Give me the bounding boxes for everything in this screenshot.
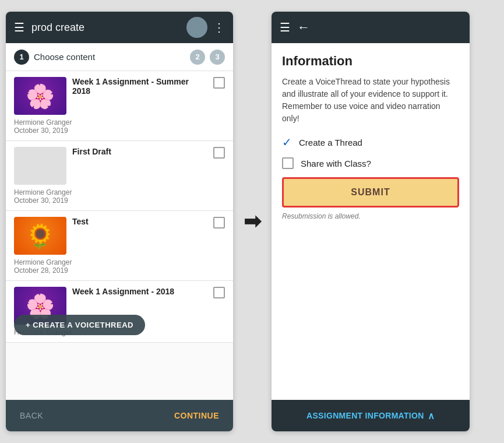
- create-voicethread-button[interactable]: + CREATE A VOICETHREAD: [14, 315, 145, 335]
- app-header: ☰ prod create ⋮: [6, 12, 233, 43]
- item-title: Week 1 Assignment - 2018: [72, 287, 207, 296]
- back-icon[interactable]: ←: [297, 20, 310, 35]
- list-item: First Draft Hermione Granger October 30,…: [6, 141, 233, 211]
- item-meta: Hermione Granger October 30, 2019: [14, 118, 225, 135]
- step-3-badge: 3: [210, 50, 225, 65]
- item-title: Test: [72, 217, 207, 226]
- item-title: First Draft: [72, 147, 207, 156]
- info-title: Information: [282, 54, 459, 69]
- item-checkbox[interactable]: [213, 147, 225, 159]
- submit-button[interactable]: SUBMIT: [282, 177, 459, 208]
- item-checkbox[interactable]: [213, 217, 225, 228]
- hamburger-icon[interactable]: ☰: [14, 20, 24, 34]
- right-content: Information Create a VoiceThread to stat…: [272, 43, 470, 400]
- app-title: prod create: [31, 22, 186, 34]
- left-panel: ☰ prod create ⋮ 1 Choose content 2 3 Wee…: [6, 12, 233, 431]
- continue-button[interactable]: CONTINUE: [174, 411, 219, 420]
- item-info: Test: [72, 217, 207, 228]
- list-item: Test Hermione Granger October 28, 2019: [6, 211, 233, 281]
- item-thumbnail-blank: [14, 147, 66, 185]
- list-item: Week 1 Assignment - Summer 2018 Hermione…: [6, 71, 233, 141]
- item-info: First Draft: [72, 147, 207, 159]
- item-meta: Hermione Granger October 28, 2019: [14, 258, 225, 275]
- info-description: Create a VoiceThread to state your hypot…: [282, 76, 459, 125]
- chevron-up-icon: ∧: [428, 410, 435, 421]
- assignment-info-link[interactable]: ASSIGNMENT INFORMATION ∧: [306, 410, 435, 421]
- checklist-label: Create a Thread: [299, 138, 362, 147]
- item-meta: Hermione Granger October 30, 2019: [14, 188, 225, 205]
- item-title: Week 1 Assignment - Summer 2018: [72, 77, 207, 96]
- item-thumbnail-sunflower: [14, 217, 66, 255]
- step-2-badge: 2: [190, 50, 205, 65]
- arrow-container: ➡: [244, 209, 261, 234]
- checkmark-icon: ✓: [282, 135, 292, 149]
- item-info: Week 1 Assignment - 2018: [72, 287, 207, 298]
- right-footer: ASSIGNMENT INFORMATION ∧: [272, 400, 470, 431]
- back-button[interactable]: BACK: [20, 411, 43, 420]
- item-thumbnail-purple: [14, 77, 66, 115]
- share-checkbox[interactable]: [282, 157, 294, 169]
- assignment-info-label: ASSIGNMENT INFORMATION: [306, 411, 424, 420]
- item-info: Week 1 Assignment - Summer 2018: [72, 77, 207, 98]
- right-panel: ☰ ← Information Create a VoiceThread to …: [272, 12, 470, 431]
- content-list: Week 1 Assignment - Summer 2018 Hermione…: [6, 71, 233, 400]
- right-arrow-icon: ➡: [244, 209, 261, 234]
- right-header: ☰ ←: [272, 12, 470, 43]
- share-label: Share with Class?: [301, 159, 371, 168]
- checklist-item-share[interactable]: Share with Class?: [282, 157, 459, 169]
- bottom-nav: BACK CONTINUE: [6, 400, 233, 431]
- item-checkbox[interactable]: [213, 287, 225, 298]
- step-1-badge: 1: [14, 50, 29, 65]
- right-hamburger-icon[interactable]: ☰: [280, 20, 290, 34]
- list-item: Week 1 Assignment - 2018 Hermione Grange…: [6, 281, 233, 343]
- more-options-icon[interactable]: ⋮: [213, 20, 225, 34]
- app-wrapper: ☰ prod create ⋮ 1 Choose content 2 3 Wee…: [0, 0, 504, 443]
- step-1-label: Choose content: [34, 52, 185, 62]
- item-checkbox[interactable]: [213, 77, 225, 89]
- checklist-item-create-thread: ✓ Create a Thread: [282, 135, 459, 149]
- step-bar: 1 Choose content 2 3: [6, 43, 233, 71]
- avatar: [186, 17, 207, 38]
- resubmission-note: Resubmission is allowed.: [282, 212, 459, 220]
